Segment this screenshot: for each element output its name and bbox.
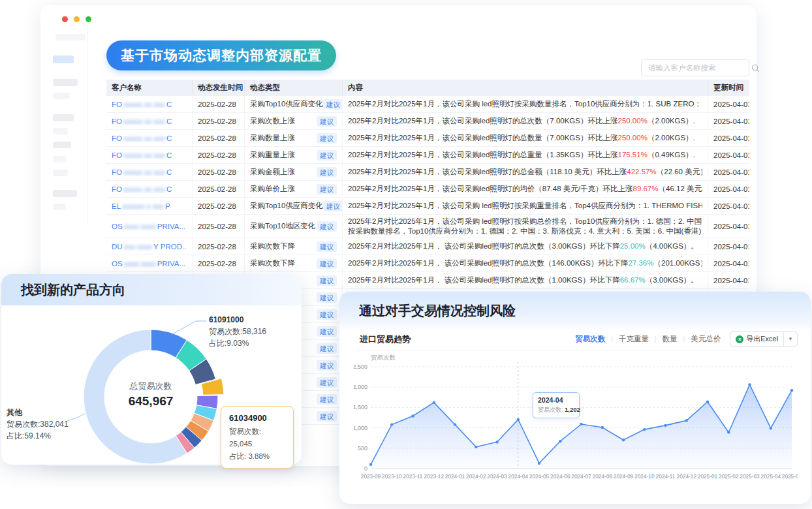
updated-date: 2025-04-01 <box>708 198 749 214</box>
data-point[interactable] <box>517 418 520 421</box>
import-trend-line-chart[interactable]: 05001,0001,5002,0002,500贸易次数 2023-092023… <box>354 354 798 487</box>
svg-text:2024-06: 2024-06 <box>550 473 570 480</box>
suggestion-badge[interactable]: 建议 <box>317 116 337 127</box>
suggestion-badge[interactable]: 建议 <box>317 309 337 320</box>
customer-link[interactable]: FOxxxxx xx xxxC <box>112 168 172 176</box>
suggestion-badge[interactable]: 建议 <box>323 99 343 110</box>
suggestion-badge[interactable]: 建议 <box>317 411 337 422</box>
sidebar-item[interactable] <box>53 170 68 176</box>
data-point[interactable] <box>706 401 709 403</box>
dynamic-type: 采购次数上涨 <box>250 116 295 126</box>
data-point[interactable] <box>369 463 372 466</box>
customer-link[interactable]: ELxxxxxx x xxxP <box>112 202 170 210</box>
data-point[interactable] <box>411 414 414 417</box>
suggestion-badge[interactable]: 建议 <box>317 167 337 177</box>
table-row: OSxxxx xxxxPRIVA...2025-02-28采购次数下降建议202… <box>106 255 749 272</box>
suggestion-badge[interactable]: 建议 <box>317 326 337 337</box>
customer-link[interactable]: FOxxxxx xx xxxC <box>112 117 172 125</box>
tab-trade-count[interactable]: 贸易次数 <box>575 334 605 344</box>
dynamic-date: 2025-02-28 <box>193 215 245 238</box>
customer-link[interactable]: FOxxxxx xx xxxC <box>112 134 172 142</box>
col-customer: 客户名称 <box>106 80 193 96</box>
suggestion-badge[interactable]: 建议 <box>317 221 337 232</box>
customer-link[interactable]: OSxxxx xxxxPRIVA... <box>112 223 187 230</box>
excel-icon: x <box>736 335 743 343</box>
customer-link[interactable]: FOxxxxx xx xxxC <box>112 185 172 193</box>
suggestion-badge[interactable]: 建议 <box>317 292 337 303</box>
table-header: 客户名称 动态发生时间 动态类型 内容 更新时间 <box>106 80 749 96</box>
data-point[interactable] <box>601 426 604 429</box>
sidebar-item[interactable] <box>53 93 70 99</box>
svg-text:2023-12: 2023-12 <box>424 473 445 480</box>
suggestion-badge[interactable]: 建议 <box>323 201 343 211</box>
metric-tabs: 贸易次数 | 千克重量 | 数量 | 美元总价 x 导出Excel ▼ <box>575 332 798 347</box>
customer-link[interactable]: FOxxxxx xx xxxC <box>112 100 172 108</box>
sidebar-item-selected[interactable] <box>53 55 74 63</box>
suggestion-badge[interactable]: 建议 <box>317 184 337 194</box>
sidebar-item[interactable] <box>53 128 68 134</box>
data-point[interactable] <box>770 427 772 429</box>
suggestion-badge[interactable]: 建议 <box>317 377 337 388</box>
data-point[interactable] <box>685 419 688 422</box>
sidebar-item[interactable] <box>55 34 86 40</box>
suggestion-badge[interactable]: 建议 <box>317 241 337 252</box>
window-minimize-icon[interactable] <box>74 16 80 22</box>
data-point[interactable] <box>790 389 793 392</box>
line-chart-tooltip: 2024-04 贸易次数: 1,202 <box>533 392 580 418</box>
sidebar-item[interactable] <box>53 190 77 197</box>
dynamic-type: 采购金额上涨 <box>250 167 295 177</box>
table-row: OSxxxx xxxxPRIVA...2025-02-28采购Top10地区变化… <box>106 215 749 238</box>
suggestion-badge[interactable]: 建议 <box>317 394 337 405</box>
col-updated: 更新时间 <box>708 80 749 96</box>
updated-date: 2025-04-01 <box>708 113 749 129</box>
data-point[interactable] <box>475 446 477 448</box>
suggestion-badge[interactable]: 建议 <box>317 360 337 371</box>
export-excel-button[interactable]: x 导出Excel ▼ <box>730 332 798 347</box>
dynamic-content: 2025年2月对比2025年1月，该公司采购led照明灯的均价（87.48 美元… <box>343 181 708 197</box>
suggestion-badge[interactable]: 建议 <box>317 150 337 161</box>
sidebar-item[interactable] <box>53 142 71 148</box>
window-close-icon[interactable] <box>62 16 68 22</box>
col-content: 内容 <box>343 80 708 96</box>
data-point[interactable] <box>748 383 751 386</box>
data-point[interactable] <box>580 423 582 425</box>
tab-usd-total[interactable]: 美元总价 <box>691 334 721 344</box>
data-point[interactable] <box>622 439 625 441</box>
data-point[interactable] <box>390 423 393 425</box>
svg-text:2024-02: 2024-02 <box>466 473 486 480</box>
svg-text:2023-10: 2023-10 <box>382 473 402 480</box>
sidebar-item[interactable] <box>53 79 78 86</box>
updated-date: 2025-04-01 <box>708 96 749 112</box>
suggestion-badge[interactable]: 建议 <box>317 258 337 269</box>
export-chevron-down-icon[interactable]: ▼ <box>783 332 797 346</box>
sidebar-item[interactable] <box>53 156 66 162</box>
suggestion-badge[interactable]: 建议 <box>317 133 337 144</box>
tab-quantity[interactable]: 数量 <box>663 334 678 344</box>
suggestion-badge[interactable]: 建议 <box>317 275 337 286</box>
data-point[interactable] <box>664 424 666 427</box>
data-point[interactable] <box>727 431 730 433</box>
table-row: DUxxx xxxxY PROD...2025-02-28采购次数下降建议202… <box>106 238 749 255</box>
search-icon[interactable] <box>751 64 760 72</box>
customer-link[interactable]: FOxxxxx xx xxxC <box>112 151 172 159</box>
sidebar-item[interactable] <box>53 114 74 121</box>
data-point[interactable] <box>454 423 456 425</box>
product-direction-panel: 找到新的产品方向 总贸易次数 645,967 61091000 贸易次数:58,… <box>1 274 302 465</box>
suggestion-badge[interactable]: 建议 <box>317 343 337 354</box>
data-point[interactable] <box>433 401 435 404</box>
customer-link[interactable]: OSxxxx xxxxPRIVA... <box>112 260 187 268</box>
sidebar-item[interactable] <box>53 204 66 210</box>
dynamic-type: 采购重量上涨 <box>250 150 295 160</box>
data-point[interactable] <box>495 440 498 443</box>
header-separator <box>355 350 795 350</box>
donut-panel-header: 找到新的产品方向 <box>1 274 302 305</box>
svg-text:1,000: 1,000 <box>354 425 367 431</box>
data-point[interactable] <box>643 428 646 431</box>
data-point[interactable] <box>538 462 540 465</box>
svg-text:2,500: 2,500 <box>354 363 367 370</box>
customer-link[interactable]: DUxxx xxxxY PROD... <box>112 243 187 251</box>
window-maximize-icon[interactable] <box>86 16 91 22</box>
tab-kg-weight[interactable]: 千克重量 <box>619 334 649 344</box>
data-point[interactable] <box>559 440 561 442</box>
search-input[interactable] <box>642 64 751 72</box>
